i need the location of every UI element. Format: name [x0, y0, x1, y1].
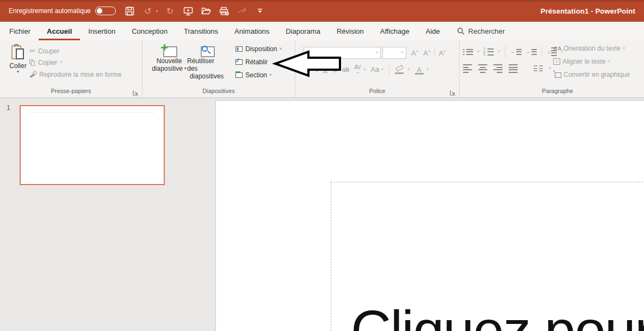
- numbering-caret-icon[interactable]: ˅: [498, 50, 500, 54]
- autosave-label: Enregistrement automatique: [9, 7, 91, 15]
- bullets-caret-icon[interactable]: ˅: [477, 50, 480, 54]
- autosave-toggle[interactable]: [95, 7, 116, 15]
- tab-aide[interactable]: Aide: [418, 22, 448, 40]
- open-folder-icon[interactable]: [201, 5, 212, 16]
- ribbon: Coller ▾ ✂ Couper Copier ˅ Reproduire la…: [0, 40, 644, 98]
- copy-caret-icon: ˅: [60, 60, 63, 65]
- highlight-caret-icon[interactable]: ˅: [407, 68, 410, 72]
- workspace: 1 Cliquez pour: [0, 98, 644, 331]
- copy-icon: [29, 59, 35, 66]
- convert-smartart-button[interactable]: Convertir en graphique: [553, 71, 630, 78]
- reset-button[interactable]: ↺ Rétablir: [235, 58, 268, 66]
- paste-button[interactable]: Coller ▾: [5, 43, 30, 84]
- font-group-label: Police: [295, 88, 459, 94]
- scissors-icon: ✂: [29, 47, 35, 55]
- justify-icon[interactable]: [509, 64, 518, 73]
- section-button[interactable]: Section ˅: [235, 71, 272, 79]
- tab-conception[interactable]: Conception: [123, 22, 176, 40]
- font-dialog-launcher-icon[interactable]: [450, 88, 456, 94]
- layout-button[interactable]: Disposition ˅: [235, 45, 282, 53]
- window-title: Présentation1 - PowerPoint: [541, 7, 637, 15]
- quick-print-icon[interactable]: [219, 5, 230, 16]
- decrease-indent-icon[interactable]: ←: [510, 49, 522, 55]
- font-color-caret-icon[interactable]: ˅: [426, 68, 429, 72]
- autosave-toggle-knob: [97, 8, 102, 14]
- align-text-caret-icon: ˅: [608, 59, 610, 64]
- redo-icon: ↻: [165, 5, 176, 16]
- cut-label: Couper: [38, 47, 59, 55]
- search-label: Rechercher: [468, 27, 505, 35]
- highlight-color-icon[interactable]: [395, 65, 405, 74]
- columns-caret-icon[interactable]: ˅: [549, 66, 552, 71]
- columns-icon[interactable]: [534, 65, 543, 71]
- tab-revision[interactable]: Révision: [329, 22, 372, 40]
- align-text-button[interactable]: ↕ Aligner le texte ˅: [553, 58, 610, 65]
- group-font: ˅ ˅ A˄ A˅ A◊ G I S S ab AV↔ ˅ Aa ˅ ˅ A ˅…: [295, 40, 460, 97]
- change-case-caret-icon[interactable]: ˅: [381, 68, 383, 72]
- start-slideshow-icon[interactable]: [183, 5, 194, 16]
- tab-affichage[interactable]: Affichage: [372, 22, 418, 40]
- slides-group-label: Diapositives: [143, 88, 295, 94]
- search-box[interactable]: Rechercher: [457, 22, 505, 40]
- text-shadow-button[interactable]: S: [332, 65, 337, 75]
- group-clipboard: Coller ▾ ✂ Couper Copier ˅ Reproduire la…: [0, 40, 143, 97]
- numbering-icon[interactable]: 1 2 3: [484, 48, 494, 56]
- tab-fichier[interactable]: Fichier: [1, 22, 39, 40]
- grow-font-button[interactable]: A˄: [411, 49, 418, 57]
- font-name-caret-icon: ˅: [375, 51, 378, 55]
- font-divider: [435, 47, 435, 58]
- paragraph-group-label: Paragraphe: [525, 88, 590, 94]
- font-color-button[interactable]: A: [415, 65, 424, 75]
- font-name-combo[interactable]: ˅: [304, 47, 381, 59]
- paste-caret-icon[interactable]: ▾: [17, 70, 19, 74]
- spacing-caret-icon[interactable]: ˅: [363, 68, 366, 72]
- customize-qat-caret-icon[interactable]: [255, 5, 265, 16]
- align-center-icon[interactable]: [478, 64, 487, 73]
- character-spacing-button[interactable]: AV↔: [354, 65, 361, 74]
- new-slide-button[interactable]: Nouvelle diapositive▾: [150, 42, 189, 85]
- font-size-combo[interactable]: ˅: [382, 47, 406, 59]
- shrink-font-button[interactable]: A˅: [423, 49, 430, 57]
- copy-label: Copier: [38, 59, 57, 66]
- tab-insertion[interactable]: Insertion: [80, 22, 123, 40]
- title-placeholder-text: Cliquez pour: [351, 299, 644, 331]
- text-direction-icon: ⇵A: [553, 45, 561, 52]
- section-icon: [235, 72, 243, 78]
- reuse-slides-label-1: Réutiliser des: [187, 57, 226, 72]
- strikethrough-button[interactable]: ab: [342, 65, 349, 75]
- convert-smartart-label: Convertir en graphique: [564, 71, 630, 78]
- title-placeholder[interactable]: Cliquez pour: [331, 182, 644, 331]
- font-divider-2: [389, 64, 389, 75]
- align-right-icon[interactable]: [493, 64, 503, 73]
- group-slides: Nouvelle diapositive▾ Réutiliser des dia…: [143, 40, 295, 97]
- ribbon-tabs: Fichier Accueil Insertion Conception Tra…: [0, 22, 644, 40]
- tab-transitions[interactable]: Transitions: [176, 22, 226, 40]
- underline-button[interactable]: S: [323, 65, 327, 75]
- clipboard-dialog-launcher-icon[interactable]: [133, 88, 139, 94]
- align-left-icon[interactable]: [463, 64, 472, 73]
- increase-indent-icon[interactable]: →: [525, 49, 537, 55]
- clipboard-icon: [11, 44, 24, 60]
- clipboard-group-label: Presse-papiers: [0, 88, 142, 94]
- title-bar: Enregistrement automatique ↺ ↻: [0, 0, 644, 22]
- clear-formatting-button[interactable]: A◊: [439, 49, 446, 57]
- bold-button[interactable]: G: [305, 65, 311, 75]
- slide-thumbnail[interactable]: [20, 105, 165, 185]
- copy-button: Copier ˅: [29, 59, 63, 66]
- align-text-label: Aligner le texte: [562, 58, 605, 65]
- bullets-icon[interactable]: [463, 49, 473, 55]
- tab-animations[interactable]: Animations: [226, 22, 277, 40]
- tab-diaporama[interactable]: Diaporama: [277, 22, 329, 40]
- italic-button[interactable]: I: [315, 65, 318, 75]
- undo-dropdown-dot: [156, 10, 158, 12]
- reset-label: Rétablir: [245, 58, 268, 66]
- change-case-button[interactable]: Aa: [370, 65, 379, 75]
- tab-accueil[interactable]: Accueil: [39, 22, 80, 40]
- save-icon[interactable]: [125, 5, 135, 16]
- reuse-slides-button[interactable]: Réutiliser des diapositives: [187, 42, 226, 85]
- spacing-arrow-icon: ↔: [355, 70, 360, 74]
- section-caret-icon: ˅: [269, 73, 272, 77]
- reuse-slides-icon: [199, 44, 215, 57]
- slide-canvas[interactable]: Cliquez pour: [215, 100, 644, 331]
- text-direction-button[interactable]: ⇵A Orientation du texte ˅: [553, 45, 625, 52]
